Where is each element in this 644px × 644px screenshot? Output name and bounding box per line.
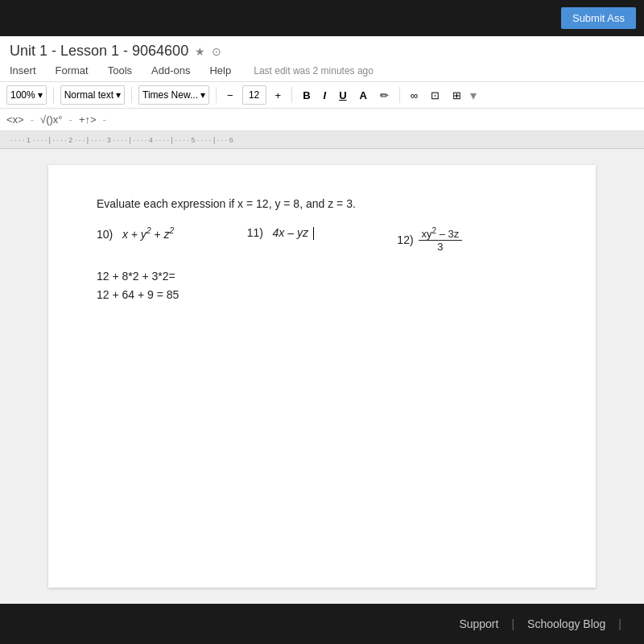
eq-sep-1: - bbox=[31, 114, 34, 126]
problem-intro: Evaluate each expression if x = 12, y = … bbox=[97, 197, 547, 210]
answer-line-1: 12 + 8*2 + 3*2= bbox=[97, 267, 547, 285]
bold-button[interactable]: B bbox=[299, 85, 314, 105]
font-chevron: ▾ bbox=[200, 89, 205, 101]
ruler: · · · · 1 · · · · | · · · · 2 · · · | · … bbox=[0, 131, 644, 149]
decrease-font-button[interactable]: − bbox=[223, 85, 237, 105]
underline-button[interactable]: U bbox=[335, 85, 350, 105]
star-icon[interactable]: ★ bbox=[195, 45, 205, 58]
toolbar-separator-1 bbox=[53, 87, 54, 103]
zoom-value: 100% bbox=[10, 89, 35, 101]
menu-format[interactable]: Format bbox=[52, 63, 92, 78]
problem-11-label: 11) bbox=[247, 226, 263, 239]
problem-11: 11) 4x – yz bbox=[247, 226, 398, 240]
eq-parens-icon[interactable]: <x> bbox=[6, 114, 24, 126]
more-options[interactable]: ▾ bbox=[470, 88, 477, 103]
answer-line-2: 12 + 64 + 9 = 85 bbox=[97, 286, 547, 303]
title-bar: Unit 1 - Lesson 1 - 9064600 ★ ⊙ bbox=[0, 36, 644, 61]
bottom-bar: Support | Schoology Blog | bbox=[0, 604, 644, 644]
fraction-numerator: xy2 – 3z bbox=[419, 226, 463, 241]
italic-button[interactable]: I bbox=[320, 85, 331, 105]
highlight-button[interactable]: ✏ bbox=[376, 85, 393, 105]
increase-font-button[interactable]: + bbox=[271, 85, 286, 105]
problem-12-fraction: xy2 – 3z 3 bbox=[419, 226, 463, 253]
style-select[interactable]: Normal text ▾ bbox=[60, 85, 125, 105]
zoom-select[interactable]: 100% ▾ bbox=[6, 85, 47, 105]
problem-11-expr: 4x – yz bbox=[273, 226, 312, 239]
submit-button[interactable]: Submit Ass bbox=[561, 7, 636, 29]
answer-area: 12 + 8*2 + 3*2= 12 + 64 + 9 = 85 bbox=[97, 267, 547, 303]
problem-10-expr: x + y2 + z2 bbox=[122, 228, 174, 241]
doc-area: Evaluate each expression if x = 12, y = … bbox=[0, 149, 644, 604]
footer-sep-2: | bbox=[618, 617, 621, 630]
equation-toolbar: <x> - √()x° - +↑> - bbox=[0, 109, 644, 131]
problem-10: 10) x + y2 + z2 bbox=[97, 226, 247, 241]
eq-sep-3: - bbox=[103, 114, 106, 126]
top-bar: Submit Ass bbox=[0, 0, 644, 36]
problems-row: 10) x + y2 + z2 11) 4x – yz bbox=[97, 226, 547, 253]
menu-help[interactable]: Help bbox=[206, 63, 234, 78]
image-button[interactable]: ⊞ bbox=[448, 85, 465, 105]
eq-sep-2: - bbox=[69, 114, 72, 126]
support-link[interactable]: Support bbox=[459, 617, 498, 630]
fraction-denominator: 3 bbox=[434, 241, 446, 253]
menu-bar: Insert Format Tools Add-ons Help Last ed… bbox=[0, 61, 644, 82]
eq-arrow-icon[interactable]: +↑> bbox=[79, 114, 97, 126]
menu-insert[interactable]: Insert bbox=[6, 63, 39, 78]
doc-page: Evaluate each expression if x = 12, y = … bbox=[48, 165, 596, 588]
link-button[interactable]: ∞ bbox=[407, 85, 422, 105]
menu-addons[interactable]: Add-ons bbox=[148, 63, 193, 78]
toolbar-separator-4 bbox=[291, 87, 292, 103]
history-icon[interactable]: ⊙ bbox=[212, 45, 221, 58]
style-chevron: ▾ bbox=[116, 89, 121, 101]
toolbar-separator-3 bbox=[216, 87, 217, 103]
last-edit-text: Last edit was 2 minutes ago bbox=[254, 65, 374, 76]
toolbar: 100% ▾ Normal text ▾ Times New... ▾ − + … bbox=[0, 82, 644, 109]
color-button[interactable]: A bbox=[356, 85, 371, 105]
zoom-chevron: ▾ bbox=[38, 89, 43, 101]
schoology-blog-link[interactable]: Schoology Blog bbox=[527, 617, 605, 630]
title-icons: ★ ⊙ bbox=[195, 45, 221, 58]
toolbar-separator-5 bbox=[399, 87, 400, 103]
font-size-input[interactable] bbox=[242, 85, 266, 105]
ruler-content: · · · · 1 · · · · | · · · · 2 · · · | · … bbox=[6, 136, 638, 144]
problem-12-label: 12) bbox=[397, 233, 413, 246]
style-value: Normal text bbox=[64, 89, 114, 101]
doc-title: Unit 1 - Lesson 1 - 9064600 bbox=[10, 43, 188, 60]
comment-button[interactable]: ⊡ bbox=[427, 85, 444, 105]
footer-sep-1: | bbox=[511, 617, 514, 630]
eq-sqrt-icon[interactable]: √()x° bbox=[40, 114, 63, 126]
toolbar-separator-2 bbox=[131, 87, 132, 103]
font-value: Times New... bbox=[142, 89, 198, 101]
problem-10-label: 10) bbox=[97, 228, 113, 241]
font-select[interactable]: Times New... ▾ bbox=[138, 85, 209, 105]
menu-tools[interactable]: Tools bbox=[105, 63, 135, 78]
problem-12: 12) xy2 – 3z 3 bbox=[397, 226, 547, 253]
docs-container: Unit 1 - Lesson 1 - 9064600 ★ ⊙ Insert F… bbox=[0, 36, 644, 604]
text-cursor bbox=[313, 227, 314, 240]
